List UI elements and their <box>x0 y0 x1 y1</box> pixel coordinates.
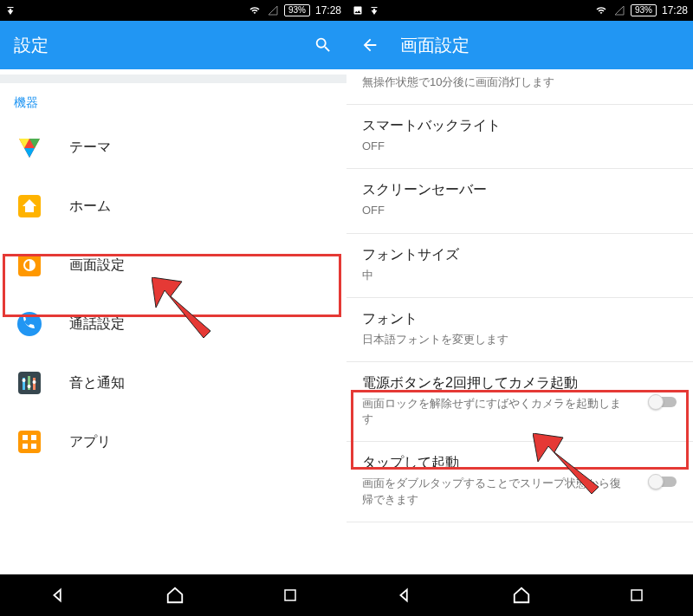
nav-recent-button[interactable] <box>282 587 298 603</box>
svg-rect-15 <box>31 444 36 449</box>
setting-title: フォントサイズ <box>362 246 677 264</box>
display-icon <box>14 250 45 281</box>
signal-icon <box>613 5 625 16</box>
signal-icon <box>267 5 279 16</box>
setting-title: スマートバックライト <box>362 117 677 135</box>
download-icon <box>369 5 379 16</box>
settings-item-apps[interactable]: アプリ <box>0 412 346 471</box>
settings-item-call[interactable]: 通話設定 <box>0 295 346 353</box>
nav-back-button[interactable] <box>49 586 68 605</box>
list-item-label: ホーム <box>69 198 111 216</box>
status-time: 17:28 <box>315 4 341 16</box>
back-arrow-icon[interactable] <box>360 36 379 55</box>
settings-item-home[interactable]: ホーム <box>0 177 346 236</box>
battery-percent: 93% <box>631 4 657 16</box>
wifi-icon <box>248 5 262 16</box>
status-bar-right: 93% 17:28 <box>346 0 693 21</box>
nav-back-button[interactable] <box>395 586 414 605</box>
setting-sub: 画面をダブルタップすることでスリープ状態から復帰できます <box>362 476 677 507</box>
status-bar-left: 93% 17:28 <box>0 0 346 21</box>
svg-rect-14 <box>23 444 28 449</box>
list-item-label: 通話設定 <box>69 315 125 334</box>
status-time: 17:28 <box>662 4 688 16</box>
action-bar-right: 画面設定 <box>346 21 693 69</box>
svg-rect-11 <box>18 431 41 453</box>
settings-list-left: 機器 テーマ ホーム 画面設定 <box>0 69 346 574</box>
svg-rect-12 <box>23 435 28 440</box>
svg-point-9 <box>28 385 31 388</box>
list-item-label: アプリ <box>69 433 111 451</box>
toggle-switch[interactable] <box>648 393 679 411</box>
list-item-label: テーマ <box>69 139 111 157</box>
settings-list-right: 無操作状態で10分後に画面消灯します スマートバックライト OFF スクリーンセ… <box>346 69 693 574</box>
list-item-label: 画面設定 <box>69 256 125 275</box>
search-icon[interactable] <box>314 36 333 55</box>
phone-icon <box>14 308 45 340</box>
setting-sub: OFF <box>362 203 677 218</box>
setting-title: スクリーンセーバー <box>362 181 677 199</box>
svg-point-8 <box>23 379 26 382</box>
settings-item-display[interactable]: 画面設定 <box>0 236 346 295</box>
svg-point-3 <box>17 312 42 336</box>
setting-sub: 画面ロックを解除せずにすばやくカメラを起動します <box>362 396 677 427</box>
left-pane: 93% 17:28 設定 機器 テーマ ホーム <box>0 0 346 616</box>
nav-recent-button[interactable] <box>629 587 644 603</box>
setting-sub: 中 <box>362 268 677 283</box>
setting-item-powerbutton-camera[interactable]: 電源ボタンを2回押してカメラ起動 画面ロックを解除せずにすばやくカメラを起動しま… <box>346 362 693 442</box>
section-header: 機器 <box>0 75 346 118</box>
svg-rect-16 <box>285 590 295 600</box>
setting-title: フォント <box>362 310 677 328</box>
setting-sub: 日本語フォントを変更します <box>362 332 677 347</box>
setting-sub: 無操作状態で10分後に画面消灯します <box>362 75 677 90</box>
setting-item-sleep[interactable]: 無操作状態で10分後に画面消灯します <box>346 69 693 105</box>
apps-icon <box>14 426 45 457</box>
setting-item-fontsize[interactable]: フォントサイズ 中 <box>346 234 693 298</box>
page-title-right: 画面設定 <box>400 34 679 57</box>
theme-icon <box>14 132 45 163</box>
settings-item-sound[interactable]: 音と通知 <box>0 353 346 412</box>
nav-bar-right <box>346 574 693 616</box>
svg-rect-17 <box>631 590 642 600</box>
nav-bar-left <box>0 574 346 616</box>
picture-icon <box>352 5 364 16</box>
list-item-label: 音と通知 <box>69 374 125 392</box>
setting-item-font[interactable]: フォント 日本語フォントを変更します <box>346 298 693 362</box>
setting-item-screensaver[interactable]: スクリーンセーバー OFF <box>346 169 693 233</box>
right-pane: 93% 17:28 画面設定 無操作状態で10分後に画面消灯します スマートバッ… <box>346 0 693 616</box>
setting-title: タップして起動 <box>362 454 677 472</box>
svg-point-10 <box>33 380 36 384</box>
page-title-left: 設定 <box>14 34 293 57</box>
action-bar-left: 設定 <box>0 21 346 69</box>
setting-item-taptowake[interactable]: タップして起動 画面をダブルタップすることでスリープ状態から復帰できます <box>346 442 693 522</box>
svg-rect-13 <box>31 435 36 440</box>
home-icon <box>14 191 45 222</box>
toggle-switch[interactable] <box>648 473 679 490</box>
settings-item-theme[interactable]: テーマ <box>0 118 346 177</box>
nav-home-button[interactable] <box>512 586 531 605</box>
setting-title: 電源ボタンを2回押してカメラ起動 <box>362 374 677 392</box>
nav-home-button[interactable] <box>165 586 185 605</box>
sound-icon <box>14 367 45 399</box>
download-icon <box>5 5 16 16</box>
setting-sub: OFF <box>362 139 677 154</box>
setting-item-smartbacklight[interactable]: スマートバックライト OFF <box>346 105 693 169</box>
wifi-icon <box>594 5 608 16</box>
battery-percent: 93% <box>284 4 310 16</box>
